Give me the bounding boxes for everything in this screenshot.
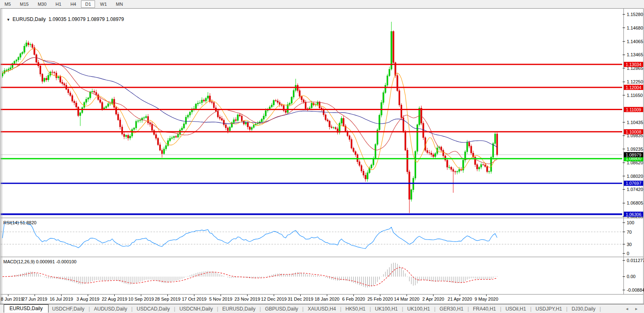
time-tick-label: 17 Oct 2019 [182, 297, 206, 301]
time-tick-label: 27 Jun 2019 [22, 297, 47, 301]
chart-tab-eurusd-daily-0[interactable]: EURUSD,Daily [4, 304, 49, 313]
chart-tab-fra40-h1-12[interactable]: FRA40,H1 [469, 306, 500, 312]
chart-tab-usdcnh-daily-4[interactable]: USDCNH,Daily [176, 306, 216, 312]
timeframe-toolbar: M5M15M30H1H4D1W1MN [0, 0, 644, 8]
chart-dropdown-icon[interactable]: ▼ [7, 18, 10, 22]
chart-quote-values: 1.09035 1.09079 1.08979 1.08979 [46, 16, 124, 22]
time-tick-label: 25 Feb 2020 [368, 297, 393, 301]
chart-tab-gbpusd-daily-6[interactable]: GBPUSD,Daily [261, 306, 302, 312]
price-tick-label: 1.14680 [627, 25, 643, 30]
chart-tab-audusd-daily-2[interactable]: AUDUSD,Daily [90, 306, 131, 312]
chart-tab-xauusd-h4-7[interactable]: XAUUSD,H4 [304, 306, 340, 312]
rsi-tick-label: 70 [627, 230, 632, 235]
time-tick-label: 22 Aug 2019 [102, 297, 127, 301]
chart-title: ▼EURUSD,Daily 1.09035 1.09079 1.08979 1.… [4, 11, 124, 22]
tab-scroll-nav: ◄► [625, 307, 644, 311]
timeframe-button-m30[interactable]: M30 [34, 0, 51, 8]
timeframe-button-h4[interactable]: H4 [66, 0, 80, 8]
timeframe-button-m5[interactable]: M5 [0, 0, 15, 8]
time-tick-label: 12 Dec 2019 [261, 297, 287, 301]
current-price-badge-text: 1.08979 [626, 152, 642, 157]
tab-scroll-right-icon[interactable]: ► [635, 307, 638, 311]
price-badge-1-11009-text: 1.11009 [626, 107, 641, 112]
timeframe-button-w1[interactable]: W1 [96, 0, 111, 8]
rsi-tick-label: 30 [627, 242, 632, 247]
time-tick-label: 18 Jan 2020 [315, 297, 340, 301]
price-badge-1-07697-text: 1.07697 [626, 181, 642, 186]
price-tick-label: 1.12250 [627, 79, 643, 84]
price-badge-1-13034-text: 1.13034 [626, 62, 642, 67]
price-tick-label: 1.11650 [627, 93, 643, 98]
chart-tab-dj30-daily-15[interactable]: DJ30,Daily [568, 306, 599, 312]
macd-tick-label: -0.008845 [627, 288, 644, 292]
time-tick-label: 6 Feb 2020 [342, 297, 365, 301]
price-tick-label: 1.14065 [627, 39, 643, 44]
time-tick-label: 2 Apr 2020 [422, 297, 444, 301]
time-tick-label: 31 Dec 2019 [287, 297, 313, 301]
time-tick-label: 14 Mar 2020 [394, 297, 419, 301]
price-tick-label: 1.09235 [627, 147, 643, 152]
macd-tick-label: 0.00 [627, 274, 635, 279]
tab-scroll-left-icon[interactable]: ◄ [625, 307, 629, 311]
macd-tick-label: 0.011277 [627, 258, 644, 263]
chart-tab-ger30-h1-11[interactable]: GER30,H1 [436, 306, 467, 312]
timeframe-button-m15[interactable]: M15 [16, 0, 32, 8]
time-tick-label: 3 Aug 2019 [76, 297, 100, 301]
chart-tab-usdchf-daily-1[interactable]: USDCHF,Daily [49, 306, 88, 312]
time-tick-label: 9 May 2020 [475, 297, 498, 301]
macd-indicator-label: MACD(12,26,9) 0.000991 -0.000100 [3, 259, 76, 264]
chart-tab-usdcad-daily-3[interactable]: USDCAD,Daily [133, 306, 174, 312]
price-tick-label: 1.13465 [627, 52, 643, 57]
price-tick-label: 1.08020 [627, 174, 643, 179]
chart-tab-uk100-h1-9[interactable]: UK100,H1 [371, 306, 401, 312]
chart-tab-bar: EURUSD,DailyUSDCHF,Daily|AUDUSD,Daily|US… [0, 304, 644, 313]
rsi-tick-label: 100 [627, 220, 634, 225]
price-badge-1-06306-text: 1.06306 [626, 212, 642, 217]
price-tick-label: 1.15280 [627, 12, 643, 17]
time-tick-label: 5 Nov 2019 [209, 297, 232, 301]
rsi-tick-label: 0 [627, 251, 629, 256]
time-tick-label: 16 Jul 2019 [50, 297, 73, 301]
rsi-indicator-label: RSI(14) 51.8820 [3, 220, 37, 225]
time-tick-label: 21 Apr 2020 [448, 297, 472, 301]
chart-tab-uk100-h1-10[interactable]: UK100,H1 [403, 306, 433, 312]
price-tick-label: 1.10435 [627, 120, 643, 125]
price-tick-label: 1.07420 [627, 187, 643, 192]
time-tick-label: 10 Sep 2019 [128, 297, 154, 301]
price-badge-1-10008-text: 1.10008 [626, 129, 642, 134]
tab-separator: | [599, 306, 601, 312]
chart-tab-usdjpy-h1-14[interactable]: USDJPY,H1 [532, 306, 565, 312]
chart-canvas[interactable]: 1.152801.146801.140651.134651.128651.122… [0, 8, 644, 304]
timeframe-button-d1[interactable]: D1 [81, 0, 95, 8]
price-badge-1-12004-text: 1.12004 [626, 85, 642, 90]
chart-tab-hk50-h1-8[interactable]: HK50,H1 [342, 306, 369, 312]
chart-tab-eurusd-daily-5[interactable]: EURUSD,Daily [219, 306, 259, 312]
time-tick-label: 23 Nov 2019 [234, 297, 260, 301]
chart-symbol-label: EURUSD,Daily [13, 16, 46, 22]
chart-tab-usoil-h1-13[interactable]: USOil,H1 [502, 306, 530, 312]
timeframe-button-mn[interactable]: MN [112, 0, 127, 8]
time-tick-label: 8 Jun 2019 [1, 297, 23, 301]
price-tick-label: 1.06805 [627, 200, 643, 205]
timeframe-button-h1[interactable]: H1 [51, 0, 65, 8]
time-tick-label: 28 Sep 2019 [155, 297, 180, 301]
